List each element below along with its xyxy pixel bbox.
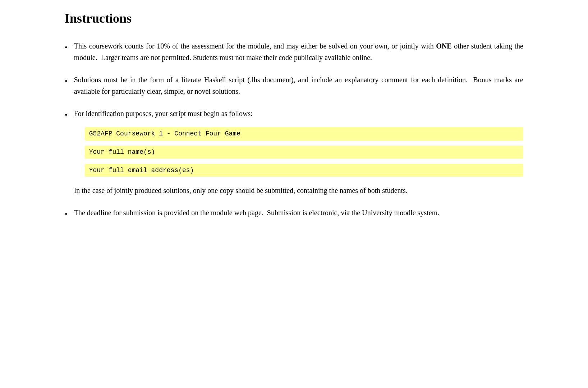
item-4-content: The deadline for submission is provided …	[74, 207, 523, 218]
list-item: • Solutions must be in the form of a lit…	[65, 74, 523, 97]
bullet-icon: •	[65, 108, 68, 121]
page-title: Instructions	[65, 11, 523, 26]
item-1-content: This coursework counts for 10% of the as…	[74, 40, 523, 63]
bullet-icon: •	[65, 41, 68, 54]
item-3-content: For identification purposes, your script…	[74, 108, 523, 196]
code-line-1: G52AFP Coursework 1 - Connect Four Game	[85, 127, 523, 140]
code-line-3: Your full email address(es)	[85, 164, 523, 177]
emphasis-one: ONE	[436, 42, 451, 50]
list-item: • For identification purposes, your scri…	[65, 108, 523, 196]
instructions-list: • This coursework counts for 10% of the …	[65, 40, 523, 221]
list-item: • The deadline for submission is provide…	[65, 207, 523, 220]
list-item: • This coursework counts for 10% of the …	[65, 40, 523, 63]
code-line-2: Your full name(s)	[85, 146, 523, 159]
bullet-icon: •	[65, 208, 68, 220]
inline-paragraph: In the case of jointly produced solution…	[74, 185, 523, 196]
bullet-icon: •	[65, 75, 68, 87]
code-section: G52AFP Coursework 1 - Connect Four Game …	[85, 126, 523, 178]
item-2-content: Solutions must be in the form of a liter…	[74, 74, 523, 97]
